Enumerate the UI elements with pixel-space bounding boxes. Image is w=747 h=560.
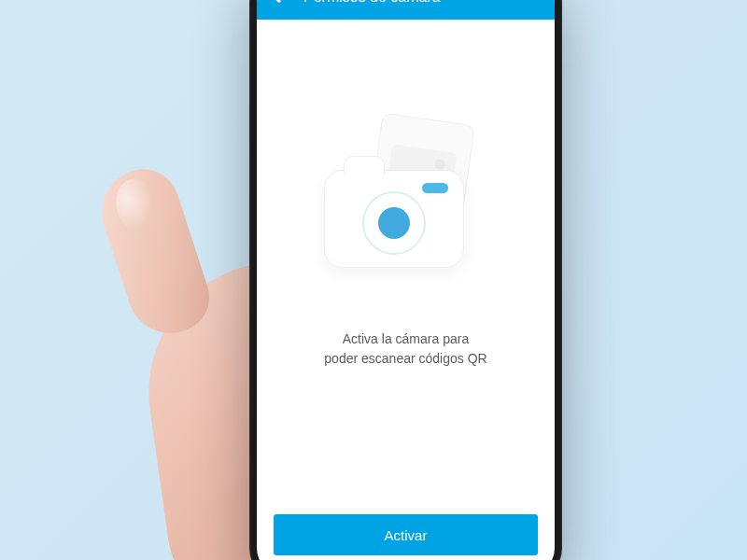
phone-frame: Permisos de cámara xyxy=(249,0,562,560)
bottom-action-bar: Activar xyxy=(257,499,555,560)
activate-button[interactable]: Activar xyxy=(274,514,538,555)
permission-message: Activa la cámara para poder escanear cód… xyxy=(324,329,486,369)
app-bar: Permisos de cámara xyxy=(257,0,555,20)
back-icon[interactable] xyxy=(270,0,289,7)
camera-icon xyxy=(324,170,464,268)
message-line-1: Activa la cámara para xyxy=(343,331,469,346)
permission-content: Activa la cámara para poder escanear cód… xyxy=(257,20,555,499)
message-line-2: poder escanear códigos QR xyxy=(324,351,486,366)
app-bar-title: Permisos de cámara xyxy=(303,0,441,6)
phone-screen: Permisos de cámara xyxy=(257,0,555,560)
camera-illustration xyxy=(313,113,500,281)
